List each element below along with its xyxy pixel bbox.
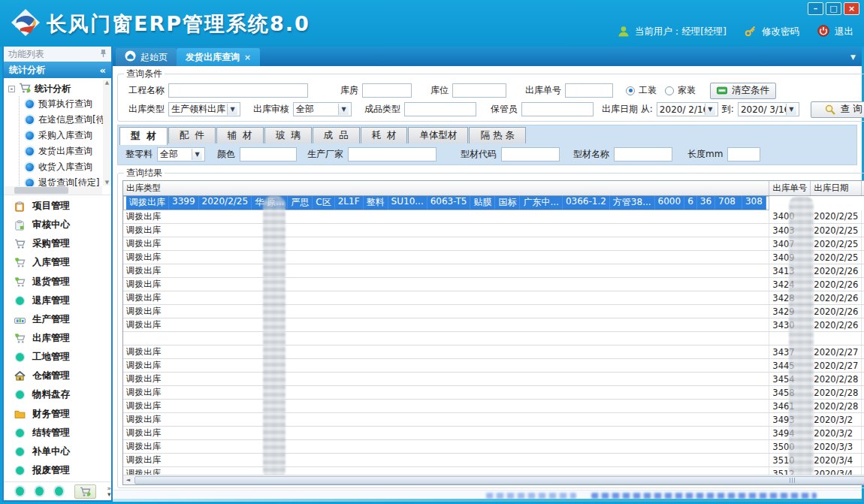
material-tab-8[interactable]: 隔 热 条 bbox=[469, 127, 525, 143]
profile-code-input[interactable] bbox=[501, 147, 560, 161]
sidebar-item-退库管理[interactable]: 退库管理 bbox=[4, 291, 111, 310]
column-header-出库单号[interactable]: 出库单号 bbox=[769, 181, 811, 195]
change-password-link[interactable]: 修改密码 bbox=[762, 26, 799, 38]
tree-item[interactable]: 预算执行查询 bbox=[20, 96, 111, 112]
tree-horizontal-scrollbar[interactable] bbox=[4, 186, 102, 195]
material-tab-1[interactable]: 型 材 bbox=[119, 127, 168, 145]
table-row[interactable]: 调拨出库34612020/2/28华 原...陈琳B区1R2F整料F8877FT… bbox=[123, 400, 864, 413]
profile-name-input[interactable] bbox=[614, 147, 672, 161]
teal-circle-icon[interactable] bbox=[35, 487, 44, 496]
table-row[interactable]: 调拨出库34942020/3/2石 辉城汤伟H区5R1F整料光身料6063-T5… bbox=[123, 427, 864, 440]
table-row[interactable]: 调拨出库34132020/2/26南 ...严思C区5R3F整料G7142260… bbox=[123, 264, 864, 278]
close-button[interactable]: × bbox=[844, 2, 859, 15]
out-type-select[interactable]: 生产领料出库▼ bbox=[168, 102, 240, 116]
sidebar-item-出库管理[interactable]: 出库管理 bbox=[4, 329, 111, 348]
project-name-input[interactable] bbox=[168, 83, 308, 98]
clear-conditions-button[interactable]: 清空条件 bbox=[710, 83, 776, 99]
column-header-出库日期[interactable]: 出库日期 bbox=[811, 181, 862, 195]
table-row[interactable]: 调拨出库34092020/2/25长 ...陈琳B区2R5F整料LI35HD60… bbox=[123, 251, 864, 264]
tree-item[interactable]: 采购入库查询 bbox=[20, 128, 111, 143]
overflow-chevron-icon[interactable]: »▾ bbox=[107, 485, 112, 497]
material-tab-2[interactable]: 配 件 bbox=[168, 127, 216, 143]
sidebar-item-退货管理[interactable]: 退货管理 bbox=[4, 273, 111, 291]
sidebar-item-仓储管理[interactable]: 仓储管理 bbox=[4, 367, 111, 385]
column-header-出库类型[interactable]: 出库类型 bbox=[123, 181, 769, 195]
table-row[interactable]: 调拨出库33992020/2/25华 原...严思C区2L1F整料SU10...… bbox=[123, 196, 769, 210]
sidebar-section-header[interactable]: 统计分析 « bbox=[4, 62, 111, 78]
tree-item[interactable]: 发货出库查询 bbox=[20, 143, 111, 159]
material-tab-4[interactable]: 玻 璃 bbox=[264, 127, 312, 143]
sidebar-item-财务管理[interactable]: 财务管理 bbox=[4, 405, 111, 424]
location-input[interactable] bbox=[452, 83, 506, 98]
collapse-icon[interactable]: « bbox=[100, 65, 106, 76]
manufacturer-input[interactable] bbox=[348, 147, 437, 161]
sidebar-item-补单中心[interactable]: 补单中心 bbox=[4, 442, 111, 461]
minimize-button[interactable]: – bbox=[808, 2, 823, 15]
tab-close-icon[interactable]: × bbox=[244, 53, 251, 62]
keeper-input[interactable] bbox=[521, 102, 594, 116]
tree-expander-icon[interactable]: - bbox=[8, 86, 15, 92]
sidebar-item-审核中心[interactable]: 审核中心 bbox=[4, 216, 111, 234]
cart-button[interactable] bbox=[74, 484, 95, 499]
order-no-input[interactable] bbox=[565, 83, 613, 98]
sidebar-item-结转管理[interactable]: 结转管理 bbox=[4, 424, 111, 442]
table-row[interactable]: 调拨出库35002020/3/3工 共工程曹佳D区3L1F整料LT3P60606… bbox=[123, 440, 864, 454]
table-row[interactable]: G区3L3F整料KLM38176063-T5贴膜国标山东华...GA90M09.… bbox=[123, 332, 864, 346]
maximize-button[interactable]: □ bbox=[826, 2, 841, 15]
search-button[interactable]: 查 询 bbox=[811, 101, 864, 118]
material-tab-7[interactable]: 单体型材 bbox=[408, 127, 468, 143]
table-row[interactable]: 调拨出库34072020/2/25工 共工程严思G区1L1F整料光身料6063-… bbox=[123, 237, 864, 251]
warehouse-input[interactable] bbox=[362, 83, 412, 98]
table-row[interactable]: 调拨出库34372020/2/27佛 ...陈琳B区3R8F整料PW056063… bbox=[123, 346, 864, 359]
sidebar-item-入库管理[interactable]: 入库管理 bbox=[4, 253, 111, 272]
table-row[interactable]: 调拨出库34292020/2/26石 城陈琳G区5R2F整料KLM3817606… bbox=[123, 305, 864, 318]
teal-circle-icon[interactable] bbox=[16, 487, 24, 496]
table-row[interactable]: 调拨出库34032020/2/25工 共工程严思G区1R1F整料光身料6063-… bbox=[123, 224, 864, 237]
scroll-left-icon[interactable]: ◄ bbox=[123, 477, 133, 483]
tree-item[interactable]: 收货入库查询 bbox=[20, 159, 111, 175]
table-row[interactable]: 调拨出库34002020/2/25华 原...严思C区4L1F整料SU10...… bbox=[123, 210, 864, 224]
table-row[interactable]: 调拨出库34302020/2/26石 城陈琳G区3L3F整料KLM3817606… bbox=[123, 318, 864, 332]
product-type-input[interactable] bbox=[404, 102, 476, 116]
material-tab-3[interactable]: 辅 材 bbox=[216, 127, 264, 143]
date-from-picker[interactable]: 2020/ 2/16▼ bbox=[657, 102, 718, 116]
tree-item[interactable]: 在途信息查询[待 bbox=[20, 112, 111, 128]
table-row[interactable]: 调拨出库34282020/2/26石 城陈琳G区2L4F整料KLM3817606… bbox=[123, 291, 864, 305]
jiazhuang-radio[interactable] bbox=[665, 86, 674, 95]
whole-part-select[interactable]: 全部▼ bbox=[157, 147, 205, 161]
color-input[interactable] bbox=[240, 147, 297, 161]
tab-start-page[interactable]: 起始页 bbox=[116, 48, 177, 66]
horizontal-scroll-thumb[interactable] bbox=[134, 476, 864, 484]
date-to-picker[interactable]: 2020/ 3/16▼ bbox=[738, 102, 799, 116]
sidebar-panel-header: 功能列表 bbox=[4, 47, 111, 62]
pin-icon[interactable] bbox=[100, 49, 107, 59]
tab-shipping-outbound-query[interactable]: 发货出库查询 × bbox=[177, 48, 260, 66]
tree-vertical-scrollbar[interactable]: ▲▼ bbox=[103, 80, 111, 186]
table-row[interactable]: 调拨出库35102020/3/4工 共工程陈琳F区5R1F整料光身料6063-T… bbox=[123, 454, 864, 467]
table-row[interactable]: 调拨出库34582020/2/28华 原...陈琳C区4L1F整料光身料6063… bbox=[123, 386, 864, 400]
table-row[interactable]: 调拨出库34542020/2/28工 共工程严思G区1R1F整料光身料6063-… bbox=[123, 373, 864, 386]
clear-button-label: 清空条件 bbox=[732, 84, 769, 97]
statusbar bbox=[113, 490, 862, 502]
material-tab-5[interactable]: 成 品 bbox=[313, 127, 360, 143]
sidebar-item-报废管理[interactable]: 报废管理 bbox=[4, 461, 111, 480]
sidebar-item-物料盘存[interactable]: 物料盘存 bbox=[4, 385, 111, 404]
table-row[interactable]: 调拨出库34242020/2/26工 共工程严思G区1L1F整料光身料6063-… bbox=[123, 278, 864, 291]
sidebar-item-项目管理[interactable]: 项目管理 bbox=[4, 197, 111, 216]
logout-link[interactable]: 退出 bbox=[835, 26, 853, 38]
gongzhuang-radio[interactable] bbox=[626, 86, 635, 95]
sidebar-item-采购管理[interactable]: 采购管理 bbox=[4, 234, 111, 253]
audit-select[interactable]: 全部▼ bbox=[293, 102, 352, 116]
tree-root-node[interactable]: - 统计分析 bbox=[8, 81, 111, 96]
teal-circle-icon[interactable] bbox=[55, 487, 63, 496]
clipboard2-icon bbox=[14, 220, 26, 231]
table-horizontal-scrollbar[interactable]: ◄ ► bbox=[123, 475, 864, 484]
results-group-title: 查询结果 bbox=[124, 167, 165, 180]
table-row[interactable]: 调拨出库34932020/3/2华 原...陈琳C区1L1F整料黑色塑料不贴膜国… bbox=[123, 413, 864, 427]
sidebar-item-工地管理[interactable]: 工地管理 bbox=[4, 348, 111, 367]
table-row[interactable]: 调拨出库34452020/2/27工 共工程严思F区5R1F整料光身料6063-… bbox=[123, 359, 864, 373]
sidebar-item-生产管理[interactable]: 生产管理 bbox=[4, 310, 111, 329]
length-input[interactable] bbox=[727, 147, 760, 161]
tab-list-dropdown-icon[interactable]: ▼ bbox=[850, 53, 856, 61]
material-tab-6[interactable]: 耗 材 bbox=[361, 127, 408, 143]
